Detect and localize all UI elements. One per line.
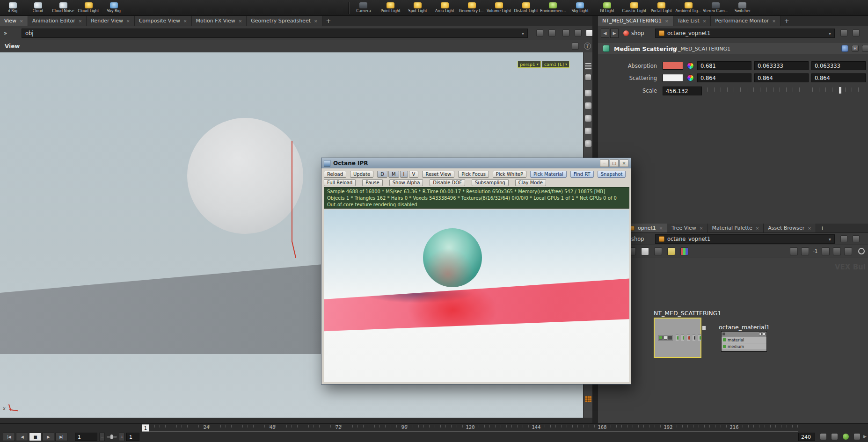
playhead-frame-marker[interactable]: 1 bbox=[142, 424, 149, 432]
snap-grid-icon[interactable] bbox=[844, 247, 852, 255]
pin-icon[interactable] bbox=[840, 235, 847, 242]
shelf-tool-gi-light[interactable]: GI Light bbox=[594, 0, 621, 15]
full-reload-button[interactable]: Full Reload bbox=[324, 179, 356, 186]
close-icon[interactable]: × bbox=[79, 19, 82, 23]
play-button[interactable]: ▶ bbox=[42, 433, 54, 441]
frame-mini-slider-handle[interactable] bbox=[110, 435, 113, 439]
channel-d-toggle[interactable]: D bbox=[377, 171, 387, 178]
close-icon[interactable]: × bbox=[126, 19, 130, 23]
shelf-tool-cloud[interactable]: Cloud bbox=[25, 0, 51, 15]
node-input-row[interactable]: scale bbox=[698, 334, 701, 341]
color-wheel-icon[interactable] bbox=[687, 74, 694, 81]
close-icon[interactable]: × bbox=[808, 226, 811, 231]
update-button[interactable]: Update bbox=[350, 171, 373, 178]
tab-nt-med-scattering1[interactable]: NT_MED_SCATTERING1× bbox=[598, 16, 673, 26]
shelf-tool-distant-light[interactable]: Distant Light bbox=[512, 0, 540, 15]
sync-icon[interactable] bbox=[853, 235, 860, 242]
tab-performance-monitor[interactable]: Performance Monitor× bbox=[711, 16, 780, 26]
magnet-icon[interactable] bbox=[820, 433, 827, 440]
viewport-layout-icon[interactable] bbox=[575, 29, 582, 36]
persp-camera-menu[interactable]: persp1 ▾ bbox=[518, 61, 541, 68]
minimize-button[interactable]: ─ bbox=[600, 159, 609, 167]
camera-link-icon[interactable] bbox=[562, 29, 569, 36]
scattering-r-field[interactable]: 0.864 bbox=[697, 73, 751, 82]
sticky-note-icon[interactable] bbox=[667, 247, 675, 255]
close-icon[interactable]: × bbox=[772, 19, 776, 23]
sort-icon[interactable] bbox=[572, 43, 579, 50]
tab-render-view[interactable]: Render View× bbox=[87, 16, 134, 26]
node-input-row[interactable]: phase bbox=[687, 334, 690, 341]
node-flag-chip[interactable] bbox=[759, 333, 762, 335]
help-icon[interactable]: ? bbox=[584, 43, 591, 50]
scale-slider-track[interactable] bbox=[708, 91, 866, 91]
shelf-tool-stereo-camera[interactable]: Stereo Cam... bbox=[702, 0, 729, 15]
node-flag-chip[interactable] bbox=[763, 333, 766, 335]
channel-m-toggle[interactable]: M bbox=[388, 171, 399, 178]
tab-geometry-spreadsheet[interactable]: Geometry Spreadsheet× bbox=[247, 16, 322, 26]
shelf-tool-cloud-rig[interactable]: d Rig bbox=[0, 0, 25, 15]
close-icon[interactable]: × bbox=[700, 226, 703, 231]
scattering-g-field[interactable]: 0.864 bbox=[754, 73, 809, 82]
display-options-icon[interactable] bbox=[586, 29, 593, 36]
grid-icon[interactable] bbox=[833, 247, 841, 255]
add-tab-button[interactable]: + bbox=[816, 224, 829, 232]
add-tab-button[interactable]: + bbox=[322, 16, 335, 26]
pause-button[interactable]: Pause bbox=[362, 179, 382, 186]
close-icon[interactable]: × bbox=[314, 19, 318, 23]
realtime-toggle-icon[interactable] bbox=[842, 433, 849, 440]
color-palette-icon[interactable] bbox=[680, 247, 688, 255]
tab-view[interactable]: View× bbox=[0, 16, 28, 26]
cam1-camera-menu[interactable]: cam1 [L] ▾ bbox=[542, 61, 569, 68]
shelf-tool-ambient-light[interactable]: Ambient Lig... bbox=[675, 0, 702, 15]
window-titlebar[interactable]: Octane IPR ─ □ × bbox=[321, 158, 631, 168]
subsampling-button[interactable]: Subsampling bbox=[472, 179, 509, 186]
tab-asset-browser[interactable]: Asset Browser× bbox=[764, 224, 816, 232]
shelf-tool-portal-light[interactable]: Portal Light bbox=[648, 0, 675, 15]
zoom-tool-icon[interactable] bbox=[585, 128, 591, 134]
pan-tool-icon[interactable] bbox=[585, 102, 591, 109]
absorption-g-field[interactable]: 0.063333 bbox=[754, 61, 809, 70]
clay-mode-button[interactable]: Clay Mode bbox=[515, 179, 546, 186]
tab-tree-view[interactable]: Tree View× bbox=[667, 224, 708, 232]
pin-icon[interactable] bbox=[840, 29, 847, 36]
export-icon[interactable] bbox=[831, 433, 838, 440]
stop-button[interactable]: ■ bbox=[29, 433, 41, 441]
context-path-select[interactable]: obj ▾ bbox=[22, 29, 528, 38]
dopesheet-icon[interactable] bbox=[853, 433, 861, 440]
scale-field[interactable]: 456.132 bbox=[663, 87, 702, 95]
node-octane-material1[interactable]: material medium bbox=[721, 331, 767, 352]
display-flags-icon[interactable] bbox=[654, 247, 662, 255]
panel-chevron-icon[interactable]: ▶ bbox=[863, 434, 867, 439]
reload-button[interactable]: Reload bbox=[324, 171, 346, 178]
shelf-tool-area-light[interactable]: Area Light bbox=[431, 0, 459, 15]
go-to-start-button[interactable]: |◀ bbox=[3, 433, 15, 441]
reset-view-button[interactable]: Reset View bbox=[422, 171, 454, 178]
node-input-row[interactable]: scattering bbox=[681, 334, 684, 341]
shelf-tool-sky-rig[interactable]: Sky Rig bbox=[101, 0, 126, 15]
network-path-select[interactable]: octane_vopnet1 ▾ bbox=[655, 234, 835, 244]
snap-grid-icon[interactable] bbox=[585, 396, 591, 402]
shelf-tool-point-light[interactable]: Point Light bbox=[377, 0, 404, 15]
view-tool-icon[interactable] bbox=[585, 90, 591, 96]
search-icon[interactable] bbox=[858, 248, 865, 254]
tumble-tool-icon[interactable] bbox=[585, 115, 591, 122]
tab-animation-editor[interactable]: Animation Editor× bbox=[28, 16, 87, 26]
pin-icon[interactable] bbox=[536, 29, 543, 36]
node-input-row[interactable]: medium bbox=[722, 343, 766, 349]
forward-button[interactable]: ▶ bbox=[610, 29, 619, 38]
pick-whitepoint-button[interactable]: Pick WhiteP bbox=[493, 171, 526, 178]
find-rt-button[interactable]: Find RT bbox=[570, 171, 594, 178]
align-icon[interactable] bbox=[822, 247, 830, 255]
spreadsheet-icon[interactable] bbox=[641, 247, 649, 255]
close-icon[interactable]: × bbox=[665, 19, 669, 23]
end-frame-field[interactable]: 240 bbox=[798, 433, 815, 441]
dots-icon[interactable] bbox=[801, 247, 809, 255]
add-tab-button[interactable]: + bbox=[780, 16, 793, 26]
scale-slider-handle[interactable] bbox=[839, 87, 842, 94]
close-icon[interactable]: × bbox=[20, 19, 23, 23]
close-icon[interactable]: × bbox=[756, 226, 759, 231]
shelf-tool-switcher[interactable]: Switcher bbox=[729, 0, 756, 15]
jump-arrow-icon[interactable]: » bbox=[4, 30, 7, 36]
node-nt-med-scattering1[interactable]: abso...NT_ scattering phase emission sca… bbox=[654, 318, 701, 358]
help-h-icon[interactable]: H bbox=[852, 45, 859, 52]
